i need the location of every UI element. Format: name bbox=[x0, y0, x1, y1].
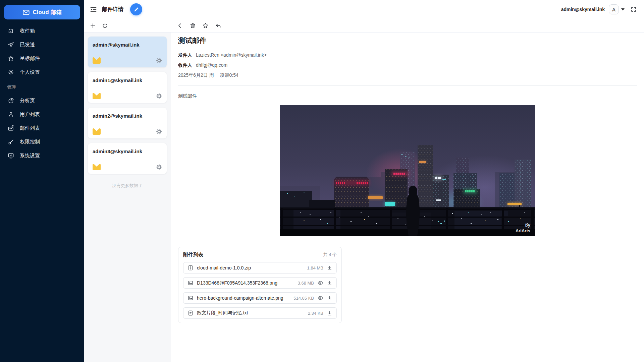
from-value: LaziestRen <admin@skymail.ink> bbox=[196, 50, 267, 60]
reply-icon[interactable] bbox=[215, 22, 221, 29]
attachment-list: 附件列表 共 4 个 cloud-mail-demo-1.0.0.zip 1.8… bbox=[178, 247, 342, 323]
sidebar-fold-icon[interactable] bbox=[89, 5, 98, 14]
sidebar-item-label: 系统设置 bbox=[20, 153, 40, 159]
attachment-row: 散文片段_时间与记忆.txt 2.34 KB bbox=[183, 307, 337, 319]
mail-from-row: 发件人 LaziestRen <admin@skymail.ink> bbox=[178, 50, 644, 60]
account-card-email: admin3@skymail.ink bbox=[93, 148, 162, 154]
sidebar-item-label: 收件箱 bbox=[20, 28, 35, 34]
sidebar-item-system[interactable]: 系统设置 bbox=[0, 149, 84, 163]
sidebar-nav: 收件箱 已发送 星标邮件 个人设置 管理 分析页 用户列表 bbox=[0, 19, 84, 163]
image-watermark-artist: AriArts bbox=[516, 228, 530, 233]
pie-chart-icon bbox=[8, 98, 14, 104]
account-settings-icon[interactable] bbox=[156, 93, 162, 99]
sidebar-item-analytics[interactable]: 分析页 bbox=[0, 94, 84, 108]
account-list-panel: admin@skymail.ink admin1@skymail.ink bbox=[84, 19, 171, 362]
mail-date: 2025年6月2日 周一 凌晨0:54 bbox=[178, 70, 644, 80]
attachment-row: D133D468@F095A914.353F2368.png 3.68 MB bbox=[183, 277, 337, 289]
sidebar-item-label: 权限控制 bbox=[20, 139, 40, 145]
sidebar: Cloud 邮箱 收件箱 已发送 星标邮件 个人设置 管理 分析页 bbox=[0, 0, 84, 362]
attachment-row: cloud-mail-demo-1.0.0.zip 1.84 MB bbox=[183, 262, 337, 274]
download-icon[interactable] bbox=[327, 265, 332, 271]
from-label: 发件人 bbox=[178, 50, 192, 60]
pencil-icon bbox=[133, 7, 139, 12]
attachment-list-title: 附件列表 bbox=[183, 252, 203, 258]
to-label: 收件人 bbox=[178, 60, 192, 70]
delete-icon[interactable] bbox=[190, 22, 196, 29]
brand-name: Cloud 邮箱 bbox=[33, 8, 62, 16]
attachment-name: hero-background-campaign-alternate.png bbox=[197, 295, 290, 301]
sidebar-item-label: 个人设置 bbox=[20, 69, 40, 75]
mailbox-icon bbox=[8, 28, 14, 34]
topbar: 邮件详情 admin@skymail.ink A bbox=[84, 0, 644, 19]
sidebar-item-settings[interactable]: 个人设置 bbox=[0, 65, 84, 79]
account-card-email: admin2@skymail.ink bbox=[93, 113, 162, 119]
mail-detail-toolbar bbox=[171, 19, 644, 33]
account-card[interactable]: admin@skymail.ink bbox=[88, 37, 167, 67]
download-icon[interactable] bbox=[327, 295, 332, 301]
account-list-toolbar bbox=[84, 19, 171, 33]
folder-mail-icon bbox=[93, 164, 101, 170]
account-card-email: admin@skymail.ink bbox=[93, 42, 162, 48]
app-root: Cloud 邮箱 收件箱 已发送 星标邮件 个人设置 管理 分析页 bbox=[0, 0, 644, 362]
attachment-row: hero-background-campaign-alternate.png 5… bbox=[183, 292, 337, 304]
compose-button[interactable] bbox=[130, 3, 142, 15]
fullscreen-icon[interactable] bbox=[631, 6, 637, 12]
account-card[interactable]: admin2@skymail.ink bbox=[88, 108, 167, 138]
account-settings-icon[interactable] bbox=[156, 57, 162, 64]
preview-eye-icon[interactable] bbox=[317, 295, 323, 301]
key-icon bbox=[8, 139, 14, 145]
sidebar-item-label: 已发送 bbox=[20, 42, 35, 48]
user-icon bbox=[8, 111, 14, 118]
account-card[interactable]: admin3@skymail.ink bbox=[88, 143, 167, 174]
attachment-count: 共 4 个 bbox=[323, 252, 337, 258]
to-value: dhffgj@qq.com bbox=[196, 60, 227, 70]
image-file-icon bbox=[187, 295, 194, 301]
attachment-size: 1.84 MB bbox=[307, 265, 323, 270]
account-settings-icon[interactable] bbox=[156, 164, 162, 170]
sidebar-item-users[interactable]: 用户列表 bbox=[0, 108, 84, 121]
folder-mail-icon bbox=[93, 57, 101, 64]
sidebar-item-label: 分析页 bbox=[20, 98, 35, 104]
mail-logo-icon bbox=[22, 9, 30, 16]
mail-detail-content: 测试邮件 发件人 LaziestRen <admin@skymail.ink> … bbox=[171, 33, 644, 362]
preview-eye-icon[interactable] bbox=[317, 280, 323, 286]
brand-logo-button[interactable]: Cloud 邮箱 bbox=[4, 5, 80, 19]
monitor-icon bbox=[8, 153, 14, 159]
add-account-icon[interactable] bbox=[90, 22, 96, 29]
attachment-name: cloud-mail-demo-1.0.0.zip bbox=[197, 265, 304, 270]
page-title: 邮件详情 bbox=[102, 6, 123, 13]
sidebar-item-mail-list[interactable]: 邮件列表 bbox=[0, 121, 84, 135]
chevron-down-icon[interactable] bbox=[621, 8, 625, 11]
sidebar-item-label: 用户列表 bbox=[20, 111, 40, 118]
attachment-name: D133D468@F095A914.353F2368.png bbox=[197, 280, 294, 286]
text-file-icon bbox=[187, 310, 194, 316]
mail-detail-panel: 测试邮件 发件人 LaziestRen <admin@skymail.ink> … bbox=[171, 19, 644, 362]
download-icon[interactable] bbox=[327, 280, 332, 286]
account-card-email: admin1@skymail.ink bbox=[93, 77, 162, 83]
avatar[interactable]: A bbox=[609, 4, 619, 14]
send-icon bbox=[8, 42, 14, 48]
refresh-icon[interactable] bbox=[102, 23, 108, 29]
star-icon[interactable] bbox=[202, 22, 209, 29]
no-more-data-text: 没有更多数据了 bbox=[88, 183, 167, 189]
account-card[interactable]: admin1@skymail.ink bbox=[88, 72, 167, 103]
email-image: by AriArts bbox=[280, 105, 535, 236]
mail-meta: 发件人 LaziestRen <admin@skymail.ink> 收件人 d… bbox=[171, 50, 644, 80]
back-icon[interactable] bbox=[177, 22, 183, 29]
sidebar-section-label: 管理 bbox=[0, 79, 84, 94]
sidebar-item-permissions[interactable]: 权限控制 bbox=[0, 135, 84, 149]
divider bbox=[178, 85, 637, 86]
sidebar-item-sent[interactable]: 已发送 bbox=[0, 38, 84, 52]
attachment-size: 2.34 KB bbox=[308, 311, 323, 316]
sidebar-item-inbox[interactable]: 收件箱 bbox=[0, 24, 84, 38]
sidebar-item-starred[interactable]: 星标邮件 bbox=[0, 52, 84, 65]
mail-to-row: 收件人 dhffgj@qq.com bbox=[178, 60, 644, 70]
mail-body-text: 测试邮件 bbox=[171, 93, 644, 99]
gear-icon bbox=[8, 69, 14, 75]
account-settings-icon[interactable] bbox=[156, 128, 162, 135]
account-list: admin@skymail.ink admin1@skymail.ink bbox=[84, 33, 171, 362]
folder-mail-icon bbox=[93, 128, 101, 135]
sidebar-item-label: 星标邮件 bbox=[20, 55, 40, 62]
download-icon[interactable] bbox=[327, 310, 332, 316]
image-watermark-by: by bbox=[525, 223, 531, 228]
